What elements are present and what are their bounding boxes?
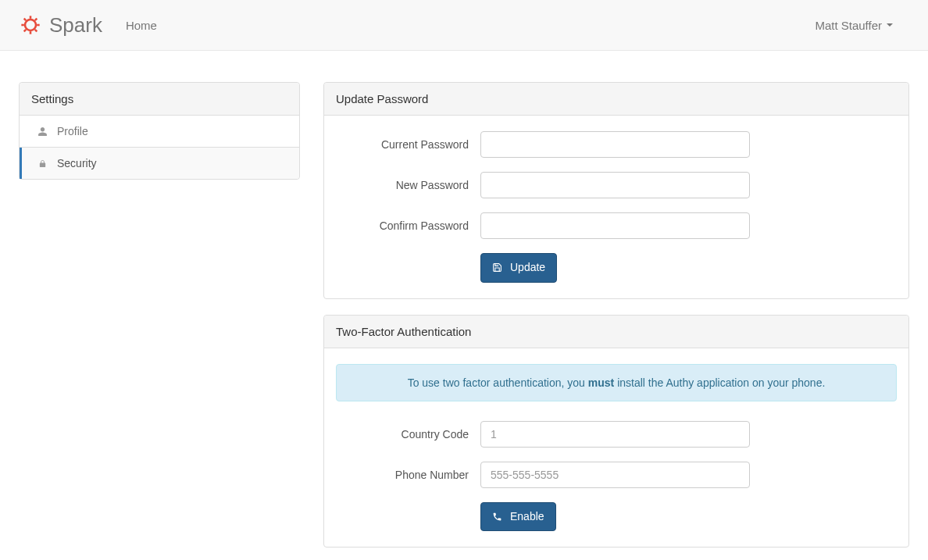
two-factor-heading: Two-Factor Authentication bbox=[324, 316, 908, 348]
update-password-panel: Update Password Current Password New Pas… bbox=[323, 82, 909, 299]
settings-heading: Settings bbox=[20, 83, 299, 116]
svg-line-5 bbox=[24, 19, 26, 20]
sidebar: Settings Profile Security bbox=[19, 82, 300, 560]
enable-button[interactable]: Enable bbox=[480, 502, 556, 532]
svg-point-0 bbox=[25, 20, 36, 30]
update-button-group: Update bbox=[336, 253, 897, 283]
settings-panel: Settings Profile Security bbox=[19, 82, 300, 180]
info-pre: To use two factor authentication, you bbox=[408, 376, 588, 389]
phone-number-label: Phone Number bbox=[336, 469, 480, 481]
info-post: install the Authy application on your ph… bbox=[614, 376, 825, 389]
main-container: Settings Profile Security Update Pas bbox=[7, 82, 921, 560]
brand-text: Spark bbox=[49, 13, 102, 37]
update-button-label: Update bbox=[510, 260, 545, 276]
navbar-right: Matt Stauffer bbox=[803, 11, 916, 40]
settings-list: Profile Security bbox=[20, 116, 299, 179]
confirm-password-group: Confirm Password bbox=[336, 212, 897, 239]
phone-icon bbox=[492, 512, 502, 522]
navbar: Spark Home Matt Stauffer bbox=[0, 0, 928, 51]
caret-down-icon bbox=[887, 23, 893, 27]
country-code-group: Country Code bbox=[336, 421, 897, 448]
sidebar-item-profile[interactable]: Profile bbox=[20, 116, 299, 148]
confirm-password-label: Confirm Password bbox=[336, 219, 480, 232]
svg-line-7 bbox=[24, 30, 26, 31]
new-password-group: New Password bbox=[336, 172, 897, 198]
svg-line-8 bbox=[35, 19, 37, 20]
country-code-input[interactable] bbox=[480, 421, 750, 448]
info-strong: must bbox=[588, 376, 614, 389]
user-dropdown[interactable]: Matt Stauffer bbox=[803, 11, 905, 40]
update-password-heading: Update Password bbox=[324, 83, 908, 116]
save-icon bbox=[492, 262, 502, 273]
current-password-group: Current Password bbox=[336, 131, 897, 158]
user-name: Matt Stauffer bbox=[815, 19, 882, 32]
nav-home-link[interactable]: Home bbox=[114, 11, 169, 40]
two-factor-info-alert: To use two factor authentication, you mu… bbox=[336, 364, 897, 401]
brand-link[interactable]: Spark bbox=[12, 13, 114, 37]
sidebar-item-security[interactable]: Security bbox=[20, 148, 299, 179]
enable-button-label: Enable bbox=[510, 509, 544, 525]
new-password-label: New Password bbox=[336, 179, 480, 191]
current-password-label: Current Password bbox=[336, 138, 480, 151]
phone-number-input[interactable] bbox=[480, 462, 750, 488]
sidebar-item-label: Security bbox=[57, 157, 97, 169]
lock-icon bbox=[35, 159, 49, 169]
spark-logo-icon bbox=[20, 14, 41, 36]
confirm-password-input[interactable] bbox=[480, 212, 750, 239]
sidebar-item-label: Profile bbox=[57, 125, 88, 137]
update-button[interactable]: Update bbox=[480, 253, 557, 283]
country-code-label: Country Code bbox=[336, 428, 480, 441]
enable-button-group: Enable bbox=[336, 502, 897, 532]
two-factor-panel: Two-Factor Authentication To use two fac… bbox=[323, 315, 909, 548]
svg-line-6 bbox=[35, 30, 37, 31]
phone-number-group: Phone Number bbox=[336, 462, 897, 488]
main-content: Update Password Current Password New Pas… bbox=[323, 82, 909, 560]
current-password-input[interactable] bbox=[480, 131, 750, 158]
two-factor-body: To use two factor authentication, you mu… bbox=[324, 348, 908, 548]
user-icon bbox=[35, 127, 49, 137]
update-password-body: Current Password New Password Confirm Pa… bbox=[324, 116, 908, 298]
navbar-left: Spark Home bbox=[12, 11, 169, 40]
new-password-input[interactable] bbox=[480, 172, 750, 198]
